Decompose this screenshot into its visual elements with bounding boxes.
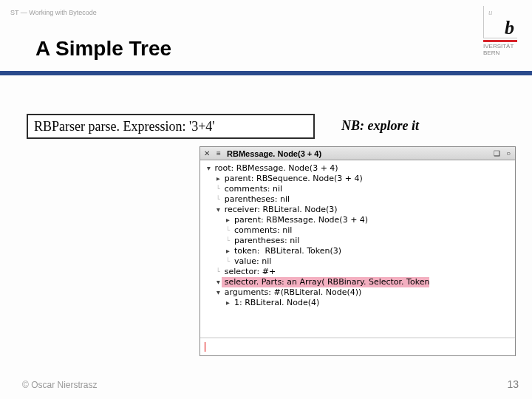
disclosure-closed-icon[interactable] [214, 174, 222, 184]
explorer-window[interactable]: ✕ ≡ RBMessage. Node(3 + 4) ❑ ○ root: RBM… [200, 146, 516, 356]
logo-b: b [505, 17, 514, 39]
tree-label: comments: nil [222, 184, 282, 194]
code-expression-box: RBParser parse. Expression: '3+4' [27, 114, 315, 139]
tree-row[interactable]: └ parentheses: nil [205, 236, 512, 246]
tree-branch-icon: └ [214, 184, 222, 194]
title-rule [0, 71, 532, 75]
tree-label: parent: RBSequence. Node(3 + 4) [222, 174, 363, 184]
tree-label: token: RBLiteral. Token(3) [232, 246, 342, 256]
disclosure-closed-icon[interactable] [225, 215, 232, 225]
tree-branch-icon: └ [225, 225, 232, 236]
tree-branch-icon: └ [225, 256, 232, 267]
tree-row[interactable]: token: RBLiteral. Token(3) [205, 246, 512, 256]
tree-branch-icon: └ [214, 267, 222, 277]
disclosure-open-icon[interactable] [205, 163, 212, 174]
close-icon[interactable]: ✕ [202, 149, 212, 158]
menu-icon[interactable]: ≡ [214, 149, 224, 158]
tree-view[interactable]: root: RBMessage. Node(3 + 4) parent: RBS… [200, 160, 515, 338]
university-logo: u b IVERSITÄT BERN [483, 6, 517, 56]
tree-row[interactable]: └ selector: #+ [205, 267, 512, 277]
tree-label: parentheses: nil [232, 236, 300, 246]
tree-row[interactable]: receiver: RBLiteral. Node(3) [205, 205, 512, 215]
disclosure-open-icon[interactable] [214, 287, 222, 298]
tree-label: selector. Parts: an Array( RBBinary. Sel… [222, 277, 429, 287]
tree-row[interactable]: selector. Parts: an Array( RBBinary. Sel… [205, 277, 512, 287]
disclosure-open-icon[interactable] [214, 277, 222, 287]
footer-copyright: © Oscar Nierstrasz [22, 380, 98, 390]
disclosure-open-icon[interactable] [214, 205, 222, 215]
logo-line2: BERN [483, 50, 499, 56]
expand-icon[interactable]: ❑ [491, 149, 502, 158]
note-nb: NB: explore it [341, 118, 419, 134]
page-number: 13 [507, 378, 519, 390]
tree-row[interactable]: parent: RBMessage. Node(3 + 4) [205, 215, 512, 225]
tree-branch-icon: └ [225, 236, 232, 246]
tree-label: receiver: RBLiteral. Node(3) [222, 205, 337, 215]
tree-label: 1: RBLiteral. Node(4) [232, 298, 320, 308]
tree-label: arguments: #(RBLiteral. Node(4)) [222, 287, 361, 298]
code-expression: RBParser parse. Expression: '3+4' [34, 119, 215, 134]
tree-row[interactable]: └ parentheses: nil [205, 194, 512, 205]
tree-row[interactable]: parent: RBSequence. Node(3 + 4) [205, 174, 512, 184]
tree-label: parent: RBMessage. Node(3 + 4) [232, 215, 369, 225]
tree-row[interactable]: └ value: nil [205, 256, 512, 267]
tree-label: parentheses: nil [222, 194, 290, 205]
disclosure-closed-icon[interactable] [225, 298, 232, 308]
tree-row[interactable]: arguments: #(RBLiteral. Node(4)) [205, 287, 512, 298]
tree-row[interactable]: └ comments: nil [205, 184, 512, 194]
window-title: RBMessage. Node(3 + 4) [224, 149, 491, 158]
tree-row[interactable]: └ comments: nil [205, 225, 512, 236]
disclosure-closed-icon[interactable] [225, 246, 232, 256]
tree-label: root: RBMessage. Node(3 + 4) [212, 163, 338, 174]
tree-label: value: nil [232, 256, 272, 267]
context-label: ST — Working with Bytecode [10, 9, 97, 16]
tree-row[interactable]: root: RBMessage. Node(3 + 4) [205, 163, 512, 174]
logo-line1: IVERSITÄT [483, 43, 514, 50]
slide-title: A Simple Tree [35, 37, 171, 61]
eval-input[interactable] [200, 338, 515, 355]
tree-label: comments: nil [232, 225, 293, 236]
tree-row[interactable]: 1: RBLiteral. Node(4) [205, 298, 512, 308]
tree-label: selector: #+ [222, 267, 276, 277]
tree-branch-icon: └ [214, 194, 222, 205]
collapse-icon[interactable]: ○ [503, 149, 514, 158]
logo-u: u [488, 7, 493, 16]
titlebar[interactable]: ✕ ≡ RBMessage. Node(3 + 4) ❑ ○ [200, 147, 515, 160]
